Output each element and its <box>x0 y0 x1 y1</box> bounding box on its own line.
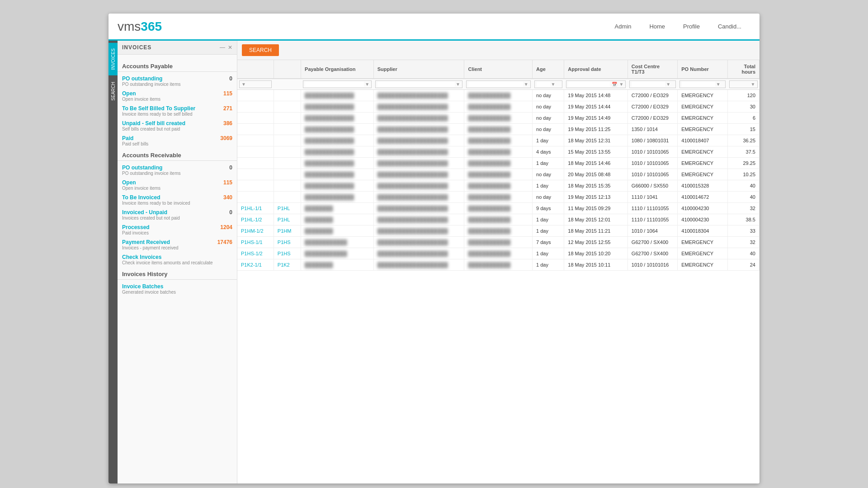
cell-approval: 19 May 2015 14:48 <box>564 90 628 101</box>
table-row: ██████████████ ████████████████████ ████… <box>237 169 760 180</box>
close-icon[interactable]: ✕ <box>228 44 232 51</box>
cell-po-num: EMERGENCY <box>678 90 727 101</box>
cell-cost: C72000 / EO329 <box>627 101 677 113</box>
cell-age: no day <box>533 169 564 180</box>
cell-po[interactable]: P1HS <box>274 237 301 248</box>
nav-profile[interactable]: Profile <box>674 14 709 41</box>
col-client: Client <box>464 60 533 79</box>
nav-item-ap-open[interactable]: Open 115 Open invoice items <box>118 89 237 103</box>
cell-payable-org: ██████████████ <box>301 135 374 146</box>
minimize-icon[interactable]: — <box>220 44 225 51</box>
cell-approval: 18 May 2015 15:35 <box>564 180 628 192</box>
table-row: P1HL-1/2 P1HL ████████ █████████████████… <box>237 214 760 225</box>
nav-item-ar-to-be-invoiced[interactable]: To Be Invoiced 340 Invoice items ready t… <box>118 192 237 207</box>
nav-item-ap-to-be-self-billed[interactable]: To Be Self Billed To Supplier 271 Invoic… <box>118 103 237 118</box>
filter-age[interactable] <box>537 82 550 87</box>
cell-hours: 24 <box>727 259 759 271</box>
nav-item-ar-processed[interactable]: Processed 1204 Paid invoices <box>118 222 237 237</box>
cell-hours: 32 <box>727 237 759 248</box>
cell-payable-org: ██████████████ <box>301 158 374 169</box>
table-row: ██████████████ ████████████████████ ████… <box>237 90 760 101</box>
nav-home[interactable]: Home <box>640 14 674 41</box>
cell-client: ████████████ <box>464 180 533 192</box>
table-container: Payable Organisation Supplier Client Age… <box>237 60 760 483</box>
col-approval: Approval date <box>564 60 628 79</box>
cell-id[interactable]: P1HM-1/2 <box>237 225 274 237</box>
nav-item-ar-po-outstanding[interactable]: PO outstanding 0 PO outstanding invoice … <box>118 163 237 178</box>
cell-id[interactable]: P1HS-1/1 <box>237 237 274 248</box>
cell-payable-org: ██████████████ <box>301 113 374 124</box>
nav-item-ar-invoiced-unpaid[interactable]: Invoiced - Unpaid 0 Invoices created but… <box>118 207 237 222</box>
cell-po-num: EMERGENCY <box>678 158 727 169</box>
col-age: Age <box>533 60 564 79</box>
nav-item-ar-open[interactable]: Open 115 Open invoice items <box>118 178 237 192</box>
cell-po[interactable]: P1K2 <box>274 259 301 271</box>
table-header-row: Payable Organisation Supplier Client Age… <box>237 60 760 79</box>
cell-po <box>274 101 301 113</box>
cell-approval: 11 May 2015 09:29 <box>564 203 628 214</box>
table-row: ██████████████ ████████████████████ ████… <box>237 146 760 158</box>
cell-po-num: EMERGENCY <box>678 124 727 135</box>
cell-po-num: 4100018407 <box>678 135 727 146</box>
cell-age: 9 days <box>533 203 564 214</box>
cell-id[interactable]: P1K2-1/1 <box>237 259 274 271</box>
cell-cost: 1350 / 1014 <box>627 124 677 135</box>
filter-approval[interactable] <box>568 82 610 87</box>
cell-approval: 20 May 2015 08:48 <box>564 169 628 180</box>
nav-item-ar-check-invoices[interactable]: Check Invoices Check invoice items amoun… <box>118 252 237 267</box>
filter-payable-org[interactable] <box>305 82 364 87</box>
cell-age: no day <box>533 124 564 135</box>
cell-client: ████████████ <box>464 237 533 248</box>
filter-supplier[interactable] <box>377 82 455 87</box>
cell-id[interactable]: P1HL-1/2 <box>237 214 274 225</box>
nav-item-ar-payment-received[interactable]: Payment Received 17476 Invoices - paymen… <box>118 237 237 252</box>
cell-po[interactable]: P1HM <box>274 225 301 237</box>
tab-search[interactable]: SEARCH <box>108 76 118 106</box>
cell-id <box>237 101 274 113</box>
nav-item-ap-unpaid-self-bill[interactable]: Unpaid - Self bill created 386 Self bill… <box>118 118 237 133</box>
panel-controls: — ✕ <box>220 44 232 51</box>
cell-id[interactable]: P1HL-1/1 <box>237 203 274 214</box>
cell-supplier: ████████████████████ <box>373 135 464 146</box>
cell-age: 4 days <box>533 146 564 158</box>
nav-item-ap-paid[interactable]: Paid 3069 Paid self bills <box>118 133 237 148</box>
invoices-table: Payable Organisation Supplier Client Age… <box>237 60 760 271</box>
cell-supplier: ████████████████████ <box>373 146 464 158</box>
cell-po[interactable]: P1HL <box>274 203 301 214</box>
search-button[interactable]: SEARCH <box>242 44 279 56</box>
cell-supplier: ████████████████████ <box>373 124 464 135</box>
nav-item-invoice-batches[interactable]: Invoice Batches Generated invoice batche… <box>118 282 237 296</box>
nav-admin[interactable]: Admin <box>606 14 641 41</box>
table-row: ██████████████ ████████████████████ ████… <box>237 101 760 113</box>
cell-payable-org: ████████████ <box>301 237 374 248</box>
table-row: ██████████████ ████████████████████ ████… <box>237 135 760 146</box>
cell-po[interactable]: P1HS <box>274 248 301 259</box>
cell-age: no day <box>533 113 564 124</box>
cell-po[interactable]: P1HL <box>274 214 301 225</box>
nav-candid[interactable]: Candid... <box>709 14 750 41</box>
tab-invoices[interactable]: INVOICES <box>108 43 118 75</box>
cell-id <box>237 158 274 169</box>
cell-hours: 6 <box>727 113 759 124</box>
table-row: ██████████████ ████████████████████ ████… <box>237 192 760 203</box>
left-panel: INVOICES — ✕ Accounts Payable PO outstan… <box>118 41 237 483</box>
calendar-icon: 📅 <box>612 82 617 87</box>
filter-icon-payable: ▼ <box>365 82 369 87</box>
cell-id[interactable]: P1HS-1/2 <box>237 248 274 259</box>
nav-item-ap-po-outstanding[interactable]: PO outstanding 0 PO outstanding invoice … <box>118 74 237 89</box>
cell-hours: 120 <box>727 90 759 101</box>
filter-client[interactable] <box>468 82 523 87</box>
cell-supplier: ████████████████████ <box>373 158 464 169</box>
cell-po-num: EMERGENCY <box>678 248 727 259</box>
cell-age: 1 day <box>533 158 564 169</box>
filter-po-num[interactable] <box>682 82 715 87</box>
cell-po <box>274 158 301 169</box>
table-row: P1HS-1/2 P1HS ████████████ █████████████… <box>237 248 760 259</box>
filter-icon-cost: ▼ <box>666 82 670 87</box>
cell-age: no day <box>533 90 564 101</box>
cell-hours: 40 <box>727 180 759 192</box>
filter-cost[interactable] <box>632 82 665 87</box>
cell-age: 1 day <box>533 248 564 259</box>
cell-client: ████████████ <box>464 192 533 203</box>
cell-approval: 19 May 2015 14:44 <box>564 101 628 113</box>
